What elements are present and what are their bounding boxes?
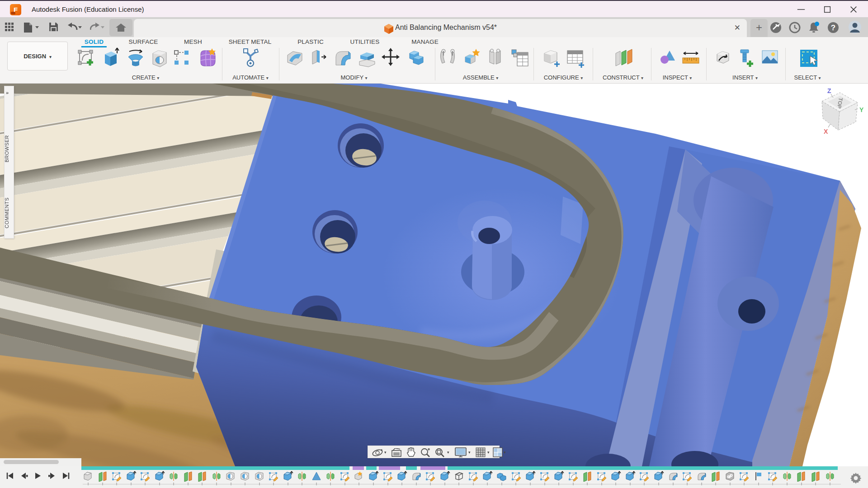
- svg-text:X: X: [824, 128, 828, 135]
- svg-text:Z: Z: [827, 87, 831, 94]
- svg-text:?: ?: [831, 23, 835, 32]
- svg-text:Y: Y: [859, 106, 864, 113]
